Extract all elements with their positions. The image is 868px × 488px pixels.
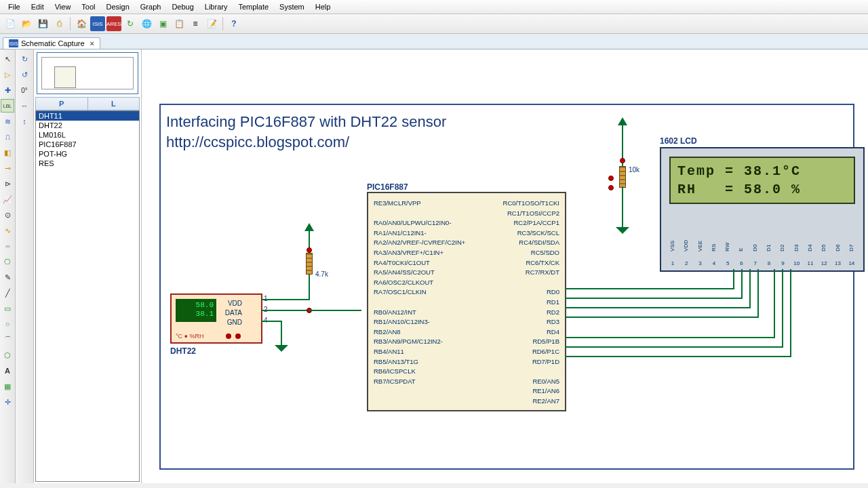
rotate-ccw-icon[interactable]: ↺	[18, 68, 31, 81]
parts-list[interactable]: DHT11 DHT22 LM016L PIC16F887 POT-HG RES	[35, 110, 140, 482]
refresh-icon[interactable]: ↻	[123, 16, 138, 31]
probe-i-icon[interactable]: ⎔	[1, 255, 14, 268]
isis-icon[interactable]: ISIS	[90, 16, 105, 31]
list-item[interactable]: RES	[36, 159, 139, 168]
wire	[749, 269, 751, 308]
menu-template[interactable]: Template	[233, 1, 274, 12]
generator-icon[interactable]: ∿	[1, 224, 14, 237]
schematic-icon: ISIS	[9, 39, 18, 47]
dht-display: 58.0 38.1	[176, 299, 216, 322]
list-item[interactable]: POT-HG	[36, 149, 139, 159]
menu-system[interactable]: System	[274, 1, 310, 12]
notes-icon[interactable]: 📝	[204, 16, 219, 31]
junction-node	[307, 247, 312, 253]
symbol-icon[interactable]: ▦	[1, 380, 14, 393]
wire	[309, 310, 361, 311]
wire	[261, 321, 281, 322]
wire	[261, 299, 310, 300]
overview-thumbnail[interactable]	[37, 52, 138, 94]
list-item[interactable]: DHT22	[36, 121, 139, 130]
report-icon[interactable]: ≡	[188, 16, 203, 31]
bus-icon[interactable]: ⎍	[1, 130, 14, 144]
library-button[interactable]: L	[88, 98, 140, 110]
document-tabs: ISIS Schematic Capture ×	[0, 34, 868, 49]
power-vcc-icon	[618, 117, 627, 125]
component-pic16f887[interactable]: RE3/MCLR/VPP RA0/AN0/ULPWU/C12IN0-RA1/AN…	[367, 192, 566, 411]
dht-name-label: DHT22	[170, 346, 196, 356]
menu-debug[interactable]: Debug	[166, 1, 199, 12]
label-icon[interactable]: LBL	[1, 99, 14, 113]
rotate-angle: 0°	[16, 83, 33, 97]
text-script-icon[interactable]: ≋	[1, 115, 14, 128]
dht-pin-labels: VDD DATA GND	[225, 299, 242, 327]
resistor-4k7-label: 4.7k	[315, 270, 328, 278]
box-icon[interactable]: ▭	[1, 302, 14, 315]
parts-header: P L	[35, 97, 140, 110]
flip-v-icon[interactable]: ↕	[18, 115, 31, 128]
graph-icon[interactable]: 📈	[1, 192, 14, 206]
save-icon[interactable]: 💾	[35, 16, 50, 31]
component-lcd-1602[interactable]: Temp = 38.1°C RH = 58.0 % VSSVDDVEERSRWE…	[660, 147, 865, 272]
terminal-icon[interactable]: ⊸	[1, 161, 14, 175]
lcd-pin-numbers: 1234567891011121314	[669, 260, 855, 266]
origin-icon[interactable]: ✛	[1, 395, 14, 409]
list-item[interactable]: PIC16F887	[36, 140, 139, 149]
path-icon[interactable]: ⬡	[1, 348, 14, 362]
instrument-icon[interactable]: ✎	[1, 270, 14, 284]
tab-schematic[interactable]: ISIS Schematic Capture ×	[3, 37, 100, 49]
open-icon[interactable]: 📂	[19, 16, 34, 31]
list-item[interactable]: LM016L	[36, 130, 139, 140]
wire	[741, 269, 743, 299]
wire	[790, 269, 791, 357]
new-icon[interactable]: 📄	[3, 16, 18, 31]
help-icon[interactable]: ?	[226, 16, 241, 31]
dht-adjust-buttons[interactable]	[226, 333, 241, 339]
separator	[70, 17, 71, 30]
wire	[565, 346, 783, 348]
circle-icon[interactable]: ○	[1, 317, 14, 331]
rotate-toolbar: ↻ ↺ 0° ↔ ↕	[16, 49, 34, 483]
arc-icon[interactable]: ⌒	[1, 333, 14, 346]
menu-file[interactable]: File	[3, 1, 26, 12]
junction-icon[interactable]: ✚	[1, 83, 14, 97]
component-dht22[interactable]: 58.0 38.1 VDD DATA GND °C ● %RH	[170, 293, 262, 344]
component-resistor-10k[interactable]	[619, 166, 626, 188]
pick-device-button[interactable]: P	[36, 98, 88, 110]
menu-library[interactable]: Library	[199, 1, 233, 12]
menu-edit[interactable]: Edit	[26, 1, 50, 12]
save-all-icon[interactable]: ⎙	[52, 16, 66, 31]
close-icon[interactable]: ×	[90, 39, 94, 47]
schematic-canvas[interactable]: Interfacing PIC16F887 with DHT22 sensor …	[142, 49, 868, 483]
menu-design[interactable]: Design	[101, 1, 135, 12]
home-icon[interactable]: 🏠	[74, 16, 89, 31]
bom-icon[interactable]: 📋	[172, 16, 186, 31]
power-vcc-icon	[304, 223, 314, 231]
ground-icon	[275, 345, 288, 352]
tape-icon[interactable]: ⊙	[1, 208, 14, 222]
text-icon[interactable]: A	[1, 364, 14, 378]
component-resistor-4k7[interactable]	[306, 253, 313, 274]
ares-icon[interactable]: ARES	[106, 16, 121, 31]
wire	[565, 288, 734, 289]
menu-help[interactable]: Help	[310, 1, 336, 12]
ground-icon	[616, 227, 629, 234]
rotate-cw-icon[interactable]: ↻	[18, 52, 31, 66]
menu-tool[interactable]: Tool	[76, 1, 100, 12]
lcd-name-label: 1602 LCD	[660, 136, 697, 146]
subcircuit-icon[interactable]: ◧	[1, 146, 14, 159]
chip-icon[interactable]: ▣	[155, 16, 170, 31]
menu-graph[interactable]: Graph	[135, 1, 167, 12]
flip-h-icon[interactable]: ↔	[18, 99, 31, 113]
device-pin-icon[interactable]: ⊳	[1, 177, 14, 190]
wire	[565, 298, 743, 299]
schematic-title: Interfacing PIC16F887 with DHT22 sensor …	[166, 112, 446, 152]
list-item[interactable]: DHT11	[36, 111, 139, 121]
component-icon[interactable]: ▷	[1, 68, 14, 81]
junction-node	[608, 176, 614, 181]
line-icon[interactable]: ╱	[1, 286, 14, 300]
probe-v-icon[interactable]: ⎓	[1, 239, 14, 253]
menu-view[interactable]: View	[50, 1, 77, 12]
globe-icon[interactable]: 🌐	[139, 16, 154, 31]
wire	[565, 317, 759, 318]
pointer-icon[interactable]: ↖	[1, 52, 14, 66]
